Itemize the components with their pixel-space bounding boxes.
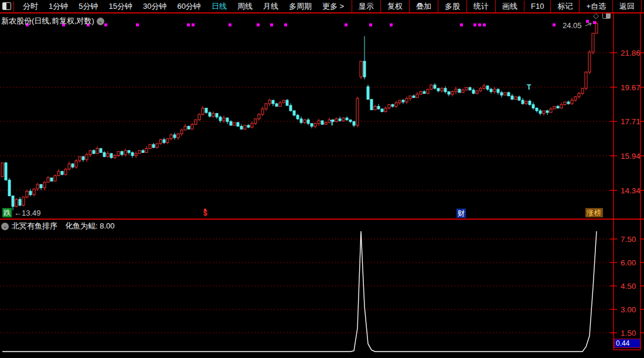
chevron-down-icon[interactable]: ⌄: [1, 223, 9, 230]
svg-text:17.71: 17.71: [621, 117, 640, 126]
high-price-label: 24.05: [563, 21, 582, 30]
button-多股[interactable]: 多股: [438, 0, 466, 13]
button-显示[interactable]: 显示: [352, 0, 380, 13]
svg-text:15.94: 15.94: [621, 152, 640, 161]
toolbar-buttons: 显示复权叠加多股统计画线F10标记+自选返回: [352, 0, 642, 12]
layout-toggle-icon[interactable]: [2, 2, 11, 10]
tab-月线[interactable]: 月线: [258, 0, 284, 13]
menubar-divider: [13, 1, 14, 12]
fall-badge: 跌: [2, 208, 12, 217]
button-统计[interactable]: 统计: [466, 0, 495, 13]
app-window: 分时1分钟5分钟15分钟30分钟60分钟日线周线月线多周期更多 > 显示复权叠加…: [0, 0, 644, 358]
svg-text:14.34: 14.34: [621, 186, 640, 195]
indicator-min-value: 0.44: [614, 339, 640, 348]
svg-text:3.00: 3.00: [621, 305, 636, 314]
button-F10[interactable]: F10: [524, 1, 550, 12]
finance-report-badge: 财: [456, 209, 466, 218]
button-标记[interactable]: 标记: [550, 0, 579, 13]
tab-多周期[interactable]: 多周期: [284, 0, 317, 13]
rise-list-badge: 涨榜: [585, 208, 603, 217]
tab-更多 >[interactable]: 更多 >: [317, 0, 349, 13]
tab-日线[interactable]: 日线: [206, 0, 232, 13]
svg-text:1.50: 1.50: [621, 329, 636, 337]
chart-canvas: 21.8619.6717.7115.9414.347.506.004.503.0…: [0, 0, 644, 358]
dollar-icon: $: [203, 210, 207, 217]
menubar: 分时1分钟5分钟15分钟30分钟60分钟日线周线月线多周期更多 > 显示复权叠加…: [0, 0, 644, 13]
tab-分时[interactable]: 分时: [18, 0, 43, 13]
button-画线[interactable]: 画线: [495, 0, 524, 13]
indicator-axis: 7.506.004.503.001.50: [0, 235, 644, 337]
svg-text:7.50: 7.50: [621, 235, 636, 244]
indicator-value: 化鱼为鲲: 8.00: [65, 221, 115, 231]
menubar-left: 分时1分钟5分钟15分钟30分钟60分钟日线周线月线多周期更多 >: [0, 0, 349, 12]
period-tabs: 分时1分钟5分钟15分钟30分钟60分钟日线周线月线多周期更多 >: [18, 0, 349, 13]
chevron-down-icon[interactable]: ⌄: [97, 18, 104, 25]
svg-text:T: T: [527, 83, 531, 91]
button-返回[interactable]: 返回: [612, 0, 642, 13]
indicator-line: [2, 231, 597, 352]
button-复权[interactable]: 复权: [380, 0, 409, 13]
tab-1分钟[interactable]: 1分钟: [43, 0, 73, 13]
low-price-label: ←13.49: [14, 209, 41, 217]
signal-dots: [26, 20, 596, 26]
stock-title: 新农股份(日线,前复权,对数): [1, 16, 94, 26]
dividend-marker: $: [203, 208, 207, 217]
stock-title-row[interactable]: 新农股份(日线,前复权,对数) ⌄: [1, 16, 104, 26]
tab-15分钟[interactable]: 15分钟: [103, 0, 137, 13]
tab-5分钟[interactable]: 5分钟: [73, 0, 103, 13]
button-叠加[interactable]: 叠加: [409, 0, 438, 13]
svg-text:21.86: 21.86: [621, 49, 640, 57]
indicator-title-row[interactable]: ⌄ 北冥有鱼排序 化鱼为鲲: 8.00: [1, 221, 115, 231]
svg-text:4.50: 4.50: [621, 282, 636, 291]
tab-周线[interactable]: 周线: [232, 0, 258, 13]
svg-text:6.00: 6.00: [621, 258, 636, 267]
svg-text:19.67: 19.67: [621, 83, 640, 92]
tab-30分钟[interactable]: 30分钟: [138, 0, 172, 13]
indicator-name: 北冥有鱼排序: [12, 221, 57, 231]
svg-text:T: T: [330, 119, 335, 127]
tab-60分钟[interactable]: 60分钟: [172, 0, 206, 13]
button-+自选[interactable]: +自选: [579, 0, 612, 13]
candles: [1, 22, 598, 210]
